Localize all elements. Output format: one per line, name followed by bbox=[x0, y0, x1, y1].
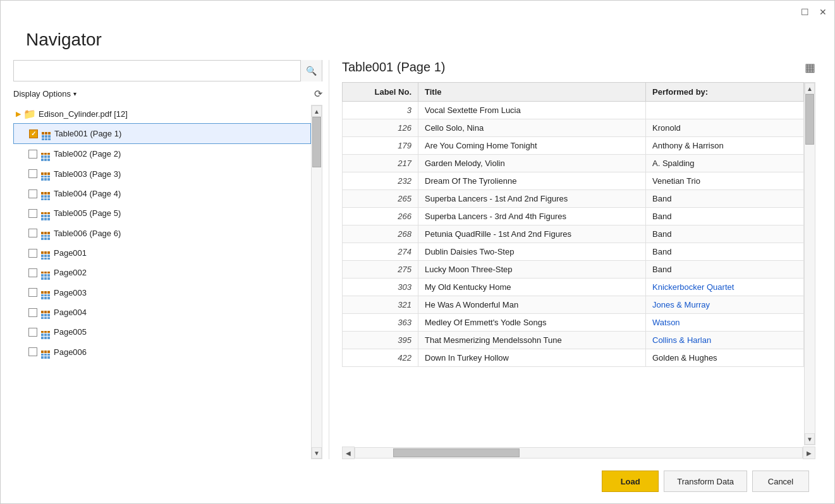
folder-label: Edison_Cylinder.pdf [12] bbox=[39, 109, 128, 119]
cell-title: That Mesmerizing Mendelssohn Tune bbox=[418, 332, 646, 349]
tree-item-7[interactable]: Page002 bbox=[13, 263, 311, 282]
cell-title: He Was A Wonderful Man bbox=[418, 296, 646, 314]
cancel-button[interactable]: Cancel bbox=[752, 471, 809, 492]
search-input[interactable] bbox=[14, 64, 300, 78]
scroll-left-button[interactable]: ◀ bbox=[342, 447, 355, 459]
checkbox-7[interactable] bbox=[28, 268, 37, 277]
data-table-container: Label No. Title Performed by: 3Vocal Sex… bbox=[342, 82, 815, 459]
cell-title: Cello Solo, Nina bbox=[418, 119, 646, 137]
tree-item-3[interactable]: Table004 (Page 4) bbox=[13, 184, 311, 203]
col-performer: Performed by: bbox=[646, 83, 804, 102]
table-row: 303My Old Kentucky HomeKnickerbocker Qua… bbox=[343, 279, 804, 296]
tree-item-label-3: Table004 (Page 4) bbox=[54, 189, 121, 198]
tree-item-9[interactable]: Page004 bbox=[13, 303, 311, 322]
table-row: 275Lucky Moon Three-StepBand bbox=[343, 261, 804, 279]
tree-item-5[interactable]: Table006 (Page 6) bbox=[13, 224, 311, 243]
preview-header: Table001 (Page 1) ▦ bbox=[342, 60, 815, 75]
performer-link[interactable]: Watson bbox=[652, 318, 680, 327]
scroll-down-right-button[interactable]: ▼ bbox=[805, 433, 815, 445]
close-button[interactable]: ✕ bbox=[819, 8, 827, 16]
table-row: 266Superba Lancers - 3rd And 4th Figures… bbox=[343, 208, 804, 225]
export-icon[interactable]: ▦ bbox=[805, 61, 815, 75]
cell-label: 321 bbox=[343, 296, 418, 314]
table-row: 126Cello Solo, NinaKronold bbox=[343, 119, 804, 137]
load-button[interactable]: Load bbox=[602, 471, 659, 492]
table-row: 321He Was A Wonderful ManJones & Murray bbox=[343, 296, 804, 314]
scroll-right-button[interactable]: ▶ bbox=[803, 447, 815, 459]
cell-title: Medley Of Emmett's Yodle Songs bbox=[418, 314, 646, 332]
data-table-scroll-area: Label No. Title Performed by: 3Vocal Sex… bbox=[342, 82, 815, 445]
cell-title: Dream Of The Tyrolienne bbox=[418, 172, 646, 190]
tree-item-10[interactable]: Page005 bbox=[13, 322, 311, 342]
cell-label: 363 bbox=[343, 314, 418, 332]
checkbox-11[interactable] bbox=[28, 347, 37, 356]
tree-item-label-11: Page006 bbox=[54, 347, 87, 357]
right-scroll-thumb[interactable] bbox=[805, 94, 814, 145]
title-bar-controls: ☐ ✕ bbox=[801, 8, 827, 16]
cell-performer: Jones & Murray bbox=[646, 296, 804, 314]
tree-item-0[interactable]: Table001 (Page 1) bbox=[13, 123, 311, 144]
page-title: Navigator bbox=[1, 23, 834, 60]
data-table-wrapper: Label No. Title Performed by: 3Vocal Sex… bbox=[342, 82, 804, 445]
h-scroll-thumb[interactable] bbox=[393, 448, 520, 457]
tree-item-2[interactable]: Table003 (Page 3) bbox=[13, 164, 311, 184]
checkbox-5[interactable] bbox=[28, 229, 37, 237]
table-icon-0 bbox=[42, 127, 51, 140]
tree-item-11[interactable]: Page006 bbox=[13, 342, 311, 362]
display-options-button[interactable]: Display Options ▾ bbox=[13, 89, 76, 99]
tree-item-8[interactable]: Page003 bbox=[13, 283, 311, 303]
table-row: 268Petunia QuadRille - 1st And 2nd Figur… bbox=[343, 225, 804, 243]
performer-link[interactable]: Collins & Harlan bbox=[652, 335, 711, 345]
tree-item-label-10: Page005 bbox=[54, 327, 87, 337]
table-row: 422Down In Turkey HollowGolden & Hughes bbox=[343, 349, 804, 367]
cell-label: 274 bbox=[343, 243, 418, 261]
right-scrollbar: ▲ ▼ bbox=[804, 82, 815, 445]
checkbox-1[interactable] bbox=[28, 150, 37, 159]
tree-item-1[interactable]: Table002 (Page 2) bbox=[13, 144, 311, 164]
cell-label: 3 bbox=[343, 102, 418, 119]
scroll-up-button[interactable]: ▲ bbox=[312, 105, 322, 117]
performer-link[interactable]: Knickerbocker Quartet bbox=[652, 282, 734, 292]
col-title: Title bbox=[418, 83, 646, 102]
horizontal-scrollbar: ◀ ▶ bbox=[342, 447, 815, 459]
checkbox-2[interactable] bbox=[28, 169, 37, 178]
table-icon-7 bbox=[41, 266, 50, 279]
left-panel: 🔍 Display Options ▾ ⟳ ▶ 📁 Edison_Cylinde… bbox=[13, 60, 329, 459]
table-icon-5 bbox=[41, 227, 50, 240]
performer-link[interactable]: Jones & Murray bbox=[652, 300, 710, 309]
folder-icon: 📁 bbox=[23, 108, 36, 120]
table-row: 363Medley Of Emmett's Yodle SongsWatson bbox=[343, 314, 804, 332]
checkbox-9[interactable] bbox=[28, 308, 37, 317]
folder-item[interactable]: ▶ 📁 Edison_Cylinder.pdf [12] bbox=[13, 105, 311, 123]
scroll-up-right-button[interactable]: ▲ bbox=[805, 83, 815, 94]
refresh-icon[interactable]: ⟳ bbox=[314, 88, 322, 100]
scroll-thumb[interactable] bbox=[312, 117, 321, 167]
table-row: 232Dream Of The TyrolienneVenetian Trio bbox=[343, 172, 804, 190]
checkbox-6[interactable] bbox=[28, 249, 37, 258]
minimize-button[interactable]: ☐ bbox=[801, 8, 809, 16]
scroll-down-button[interactable]: ▼ bbox=[312, 447, 322, 459]
table-icon-6 bbox=[41, 246, 50, 260]
transform-data-button[interactable]: Transform Data bbox=[664, 471, 747, 492]
table-body: 3Vocal Sextette From Lucia126Cello Solo,… bbox=[343, 102, 804, 367]
cell-performer: Golden & Hughes bbox=[646, 349, 804, 367]
cell-title: Down In Turkey Hollow bbox=[418, 349, 646, 367]
data-table: Label No. Title Performed by: 3Vocal Sex… bbox=[342, 82, 804, 367]
checkbox-10[interactable] bbox=[28, 328, 37, 337]
checkbox-4[interactable] bbox=[28, 209, 37, 218]
tree-item-label-5: Table006 (Page 6) bbox=[54, 229, 121, 238]
checkbox-8[interactable] bbox=[28, 288, 37, 297]
tree-item-4[interactable]: Table005 (Page 5) bbox=[13, 203, 311, 223]
cell-label: 265 bbox=[343, 190, 418, 208]
header-row: Label No. Title Performed by: bbox=[343, 83, 804, 102]
tree-item-label-9: Page004 bbox=[54, 308, 87, 317]
tree-item-6[interactable]: Page001 bbox=[13, 243, 311, 263]
cell-performer: Band bbox=[646, 243, 804, 261]
checkbox-3[interactable] bbox=[28, 189, 37, 198]
search-button[interactable]: 🔍 bbox=[300, 60, 322, 81]
table-header: Label No. Title Performed by: bbox=[343, 83, 804, 102]
cell-performer bbox=[646, 102, 804, 119]
checkbox-0[interactable] bbox=[29, 129, 38, 138]
display-options-bar: Display Options ▾ ⟳ bbox=[13, 88, 322, 100]
table-row: 179Are You Coming Home TonightAnthony & … bbox=[343, 137, 804, 155]
